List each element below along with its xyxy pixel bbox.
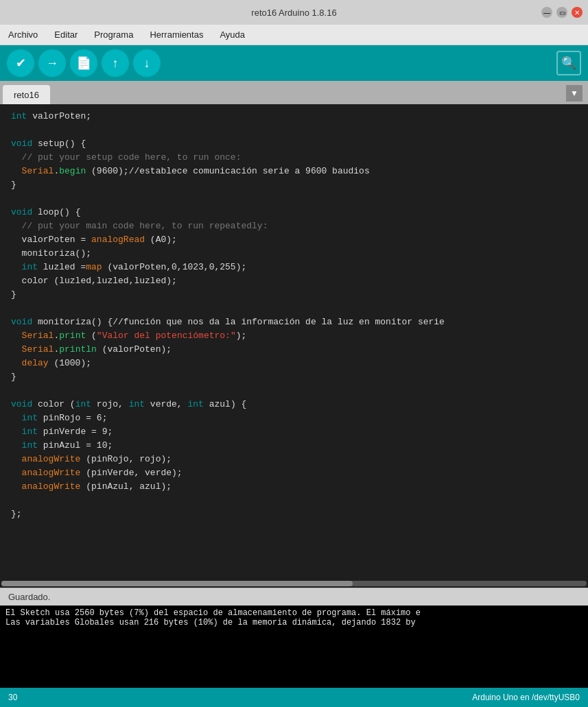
upload-button[interactable]: → bbox=[38, 49, 66, 77]
code-token: void bbox=[11, 207, 32, 217]
code-line: // put your main code here, to run repea… bbox=[0, 219, 588, 233]
menu-herramientas[interactable]: Herramientas bbox=[147, 28, 206, 41]
console-line: Las variables Globales usan 216 bytes (1… bbox=[5, 618, 583, 627]
code-token: } bbox=[11, 372, 16, 382]
search-button[interactable]: 🔍 bbox=[556, 51, 581, 75]
code-line: int valorPoten; bbox=[0, 110, 588, 123]
code-token: analogWrite bbox=[11, 454, 80, 464]
tab-reto16[interactable]: reto16 bbox=[3, 85, 50, 104]
code-token: (pinRojo, rojo); bbox=[80, 454, 172, 464]
code-token: ); bbox=[236, 331, 247, 341]
code-token: analogWrite bbox=[11, 468, 80, 478]
code-token: println bbox=[59, 344, 97, 355]
board-info: Arduino Uno en /dev/ttyUSB0 bbox=[472, 693, 580, 702]
toolbar: ✔ → 📄 ↑ ↓ 🔍 bbox=[0, 45, 588, 81]
code-line: monitoriza(); bbox=[0, 247, 588, 261]
window-title: reto16 Arduino 1.8.16 bbox=[251, 8, 336, 18]
menubar: Archivo Editar Programa Herramientas Ayu… bbox=[0, 25, 588, 45]
code-token: void bbox=[11, 139, 32, 149]
horizontal-scrollbar[interactable] bbox=[1, 581, 587, 586]
code-token: int bbox=[11, 440, 38, 451]
code-token: int bbox=[11, 413, 38, 423]
code-line: valorPoten = analogRead (A0); bbox=[0, 233, 588, 247]
minimize-button[interactable]: — bbox=[541, 7, 552, 18]
menu-editar[interactable]: Editar bbox=[51, 28, 80, 41]
code-token: luzled = bbox=[38, 262, 86, 272]
code-token: (9600);//establece comunicación serie a … bbox=[86, 166, 369, 176]
code-token: int bbox=[11, 427, 38, 437]
code-token: (pinAzul, azul); bbox=[80, 481, 172, 492]
code-token: analogRead bbox=[91, 235, 145, 245]
code-token: int bbox=[11, 262, 38, 272]
save-button[interactable]: ↓ bbox=[133, 49, 161, 77]
code-line bbox=[0, 123, 588, 137]
code-line: } bbox=[0, 370, 588, 384]
code-line: Serial.begin (9600);//establece comunica… bbox=[0, 165, 588, 178]
code-line: void setup() { bbox=[0, 137, 588, 151]
code-token: int bbox=[187, 399, 203, 409]
code-token: monitoriza() {//función que nos da la in… bbox=[32, 317, 445, 327]
code-token: // put your setup code here, to run once… bbox=[11, 152, 241, 163]
code-token: "Valor del potenciómetro:" bbox=[97, 331, 236, 341]
titlebar: reto16 Arduino 1.8.16 — ▭ ✕ bbox=[0, 0, 588, 25]
code-line: analogWrite (pinRojo, rojo); bbox=[0, 453, 588, 466]
code-line: int pinVerde = 9; bbox=[0, 425, 588, 439]
console-line: El Sketch usa 2560 bytes (7%) del espaci… bbox=[5, 608, 583, 618]
maximize-button[interactable]: ▭ bbox=[556, 7, 567, 18]
code-line: void loop() { bbox=[0, 206, 588, 219]
code-token: loop() { bbox=[32, 207, 80, 217]
code-line bbox=[0, 494, 588, 507]
code-token: verde, bbox=[145, 399, 187, 409]
code-token: (pinVerde, verde); bbox=[80, 468, 182, 478]
code-line: Serial.println (valorPoten); bbox=[0, 343, 588, 357]
code-token: (1000); bbox=[49, 358, 91, 368]
tab-dropdown-button[interactable]: ▼ bbox=[566, 85, 583, 101]
console-output[interactable]: El Sketch usa 2560 bytes (7%) del espaci… bbox=[0, 606, 588, 688]
menu-ayuda[interactable]: Ayuda bbox=[217, 28, 248, 41]
code-line: int pinAzul = 10; bbox=[0, 439, 588, 453]
code-token: int bbox=[75, 399, 91, 409]
code-token: pinVerde = 9; bbox=[38, 427, 113, 437]
code-token: setup() { bbox=[32, 139, 86, 149]
code-token: pinAzul = 10; bbox=[38, 440, 113, 451]
code-token: (valorPoten,0,1023,0,255); bbox=[102, 262, 247, 272]
code-line: // put your setup code here, to run once… bbox=[0, 151, 588, 165]
code-token: } bbox=[11, 180, 16, 190]
window-controls: — ▭ ✕ bbox=[541, 7, 583, 18]
code-token: print bbox=[59, 331, 86, 341]
code-token: (valorPoten); bbox=[97, 344, 172, 355]
code-token: delay bbox=[11, 358, 49, 368]
open-button[interactable]: ↑ bbox=[102, 49, 129, 77]
code-token: (A0); bbox=[145, 235, 177, 245]
code-token: begin bbox=[59, 166, 86, 176]
horizontal-scrollbar-thumb[interactable] bbox=[1, 581, 353, 586]
new-button[interactable]: 📄 bbox=[70, 49, 97, 77]
code-line: analogWrite (pinAzul, azul); bbox=[0, 480, 588, 494]
code-token: azul) { bbox=[204, 399, 246, 409]
code-token: color (luzled,luzled,luzled); bbox=[11, 276, 177, 286]
code-token: color ( bbox=[32, 399, 75, 409]
code-token: } bbox=[11, 289, 16, 300]
code-line: } bbox=[0, 288, 588, 302]
code-line: color (luzled,luzled,luzled); bbox=[0, 274, 588, 288]
code-line: void monitoriza() {//función que nos da … bbox=[0, 315, 588, 329]
menu-programa[interactable]: Programa bbox=[91, 28, 136, 41]
code-line: delay (1000); bbox=[0, 357, 588, 370]
code-token: Serial bbox=[11, 344, 54, 355]
code-token: int bbox=[11, 111, 27, 121]
code-line: Serial.print ("Valor del potenciómetro:"… bbox=[0, 329, 588, 343]
code-token: rojo, bbox=[91, 399, 129, 409]
menu-archivo[interactable]: Archivo bbox=[5, 28, 40, 41]
code-token: valorPoten = bbox=[11, 235, 91, 245]
code-token: // put your main code here, to run repea… bbox=[11, 221, 268, 231]
verify-button[interactable]: ✔ bbox=[7, 49, 34, 77]
code-token: }; bbox=[11, 509, 22, 519]
close-button[interactable]: ✕ bbox=[572, 7, 583, 18]
code-line: } bbox=[0, 178, 588, 192]
code-token: ( bbox=[86, 331, 97, 341]
horizontal-scrollbar-container bbox=[0, 579, 588, 588]
code-token: Serial bbox=[11, 166, 54, 176]
code-token: int bbox=[129, 399, 145, 409]
code-line: void color (int rojo, int verde, int azu… bbox=[0, 398, 588, 411]
code-editor[interactable]: int valorPoten;void setup() { // put you… bbox=[0, 104, 588, 579]
